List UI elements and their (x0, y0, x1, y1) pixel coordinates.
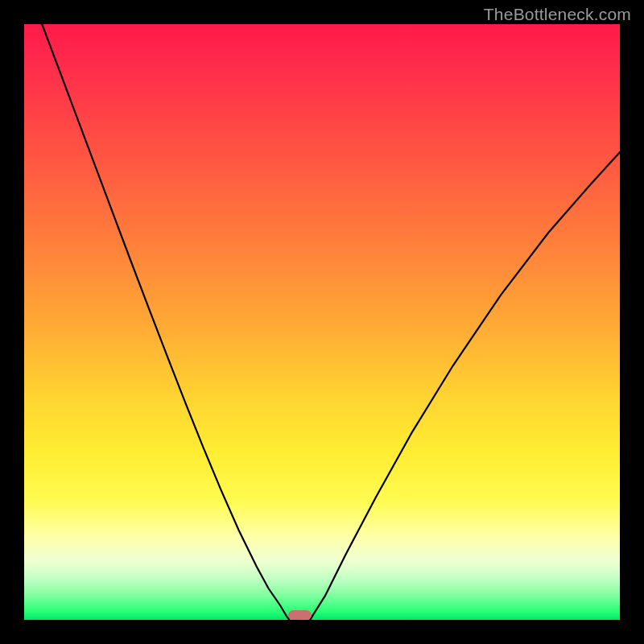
optimal-point-marker (288, 610, 312, 620)
watermark-text: TheBottleneck.com (484, 5, 631, 24)
plot-area (24, 24, 620, 620)
bottleneck-curve (24, 24, 620, 620)
